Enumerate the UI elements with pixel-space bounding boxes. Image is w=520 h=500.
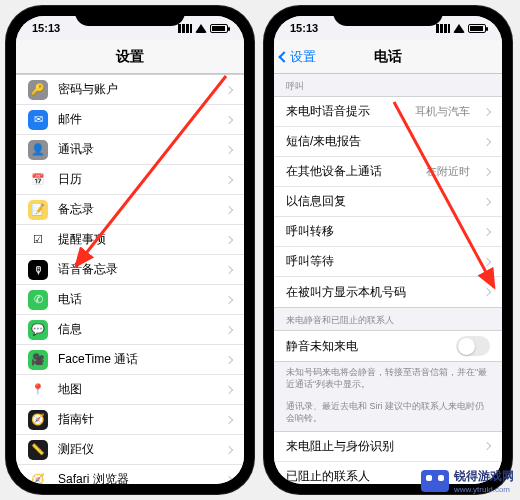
- nav-bar: 设置 电话: [274, 40, 502, 74]
- chevron-right-icon: [225, 235, 233, 243]
- watermark-logo-icon: [421, 470, 449, 492]
- calendar-icon: 📅: [28, 170, 48, 190]
- row-label: Safari 浏览器: [58, 471, 216, 484]
- wifi-icon: [195, 24, 207, 33]
- notes-icon: 📝: [28, 200, 48, 220]
- chevron-right-icon: [225, 175, 233, 183]
- row-label: 通讯录: [58, 141, 216, 158]
- chevron-right-icon: [483, 107, 491, 115]
- chevron-right-icon: [483, 137, 491, 145]
- row-label: 指南针: [58, 411, 216, 428]
- row-label: 呼叫等待: [286, 253, 474, 270]
- section-header-call: 呼叫: [274, 74, 502, 96]
- battery-icon: [468, 24, 486, 33]
- row-label: 来电阻止与身份识别: [286, 438, 474, 455]
- compass-icon: 🧭: [28, 410, 48, 430]
- section-footer: 未知号码来电将会静音，转接至语音信箱，并在"最近通话"列表中显示。: [274, 362, 502, 396]
- row-silence-unknown[interactable]: 静音未知来电: [274, 331, 502, 361]
- chevron-right-icon: [225, 385, 233, 393]
- row-label: 邮件: [58, 111, 216, 128]
- settings-list[interactable]: 🔑密码与账户✉邮件👤通讯录📅日历📝备忘录☑提醒事项🎙语音备忘录✆电话💬信息🎥Fa…: [16, 74, 244, 484]
- chevron-right-icon: [225, 445, 233, 453]
- settings-row-reminders[interactable]: ☑提醒事项: [16, 225, 244, 255]
- row-label: 在被叫方显示本机号码: [286, 284, 474, 301]
- settings-row-measure[interactable]: 📏测距仪: [16, 435, 244, 465]
- settings-row[interactable]: 呼叫转移: [274, 217, 502, 247]
- nav-bar: 设置: [16, 40, 244, 74]
- status-time: 15:13: [32, 22, 60, 34]
- maps-icon: 📍: [28, 380, 48, 400]
- settings-row[interactable]: 短信/来电报告: [274, 127, 502, 157]
- page-title: 设置: [116, 48, 144, 66]
- watermark-brand: 锐得游戏网: [454, 469, 514, 483]
- row-label: 提醒事项: [58, 231, 216, 248]
- settings-row[interactable]: 以信息回复: [274, 187, 502, 217]
- row-label: 语音备忘录: [58, 261, 216, 278]
- watermark-url: www.ytruid.com: [454, 485, 514, 494]
- phone-mockup-right: 15:13 设置 电话 呼叫 来电时语音提示耳机与汽车短信/来电报告在其他设备上…: [264, 6, 512, 494]
- row-label: 密码与账户: [58, 81, 216, 98]
- notch: [333, 6, 443, 26]
- phone-icon: ✆: [28, 290, 48, 310]
- row-label: 呼叫转移: [286, 223, 474, 240]
- row-label: 日历: [58, 171, 216, 188]
- chevron-right-icon: [225, 415, 233, 423]
- back-button[interactable]: 设置: [280, 48, 316, 66]
- row-label: 地图: [58, 381, 216, 398]
- settings-row[interactable]: 来电阻止与身份识别: [274, 432, 502, 462]
- settings-row[interactable]: 呼叫等待: [274, 247, 502, 277]
- chevron-right-icon: [225, 115, 233, 123]
- measure-icon: 📏: [28, 440, 48, 460]
- settings-row-safari[interactable]: 🧭Safari 浏览器: [16, 465, 244, 484]
- reminders-icon: ☑: [28, 230, 48, 250]
- settings-row-contacts[interactable]: 👤通讯录: [16, 135, 244, 165]
- chevron-right-icon: [225, 325, 233, 333]
- row-label: 在其他设备上通话: [286, 163, 416, 180]
- safari-icon: 🧭: [28, 470, 48, 485]
- row-label: 备忘录: [58, 201, 216, 218]
- settings-row[interactable]: 在其他设备上通话在附近时: [274, 157, 502, 187]
- chevron-right-icon: [225, 205, 233, 213]
- row-label: 测距仪: [58, 441, 216, 458]
- row-label: 短信/来电报告: [286, 133, 474, 150]
- key-icon: 🔑: [28, 80, 48, 100]
- toggle-silence-unknown[interactable]: [456, 336, 490, 356]
- back-label: 设置: [290, 48, 316, 66]
- page-title: 电话: [374, 48, 402, 66]
- mail-icon: ✉: [28, 110, 48, 130]
- screen-left: 15:13 设置 🔑密码与账户✉邮件👤通讯录📅日历📝备忘录☑提醒事项🎙语音备忘录…: [16, 16, 244, 484]
- chevron-left-icon: [278, 51, 289, 62]
- settings-row-voicememos[interactable]: 🎙语音备忘录: [16, 255, 244, 285]
- settings-row-maps[interactable]: 📍地图: [16, 375, 244, 405]
- screen-right: 15:13 设置 电话 呼叫 来电时语音提示耳机与汽车短信/来电报告在其他设备上…: [274, 16, 502, 484]
- row-label: 电话: [58, 291, 216, 308]
- settings-row-calendar[interactable]: 📅日历: [16, 165, 244, 195]
- settings-row-passwords[interactable]: 🔑密码与账户: [16, 75, 244, 105]
- row-detail: 在附近时: [426, 164, 470, 179]
- row-label: 静音未知来电: [286, 338, 446, 355]
- contacts-icon: 👤: [28, 140, 48, 160]
- section-header-silence: 来电静音和已阻止的联系人: [274, 308, 502, 330]
- settings-row[interactable]: 在被叫方显示本机号码: [274, 277, 502, 307]
- section-footer: 通讯录、最近去电和 Siri 建议中的联系人来电时仍会响铃。: [274, 396, 502, 430]
- chevron-right-icon: [483, 288, 491, 296]
- chevron-right-icon: [483, 257, 491, 265]
- settings-row-facetime[interactable]: 🎥FaceTime 通话: [16, 345, 244, 375]
- settings-row-phone[interactable]: ✆电话: [16, 285, 244, 315]
- row-label: 来电时语音提示: [286, 103, 405, 120]
- settings-row-mail[interactable]: ✉邮件: [16, 105, 244, 135]
- settings-row-notes[interactable]: 📝备忘录: [16, 195, 244, 225]
- settings-row[interactable]: 来电时语音提示耳机与汽车: [274, 97, 502, 127]
- settings-row-compass[interactable]: 🧭指南针: [16, 405, 244, 435]
- settings-row-messages[interactable]: 💬信息: [16, 315, 244, 345]
- row-detail: 耳机与汽车: [415, 104, 470, 119]
- chevron-right-icon: [483, 167, 491, 175]
- chevron-right-icon: [225, 475, 233, 483]
- phone-settings-list[interactable]: 呼叫 来电时语音提示耳机与汽车短信/来电报告在其他设备上通话在附近时以信息回复呼…: [274, 74, 502, 484]
- phone-mockup-left: 15:13 设置 🔑密码与账户✉邮件👤通讯录📅日历📝备忘录☑提醒事项🎙语音备忘录…: [6, 6, 254, 494]
- chevron-right-icon: [483, 227, 491, 235]
- chevron-right-icon: [225, 355, 233, 363]
- voicememo-icon: 🎙: [28, 260, 48, 280]
- chevron-right-icon: [225, 265, 233, 273]
- chevron-right-icon: [225, 85, 233, 93]
